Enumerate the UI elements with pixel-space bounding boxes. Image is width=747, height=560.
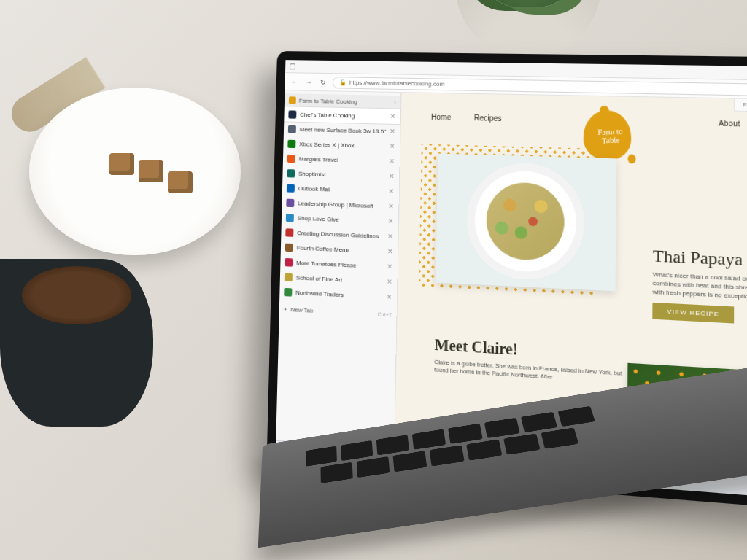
tab-favicon-icon [285, 273, 293, 281]
tab-favicon-icon [285, 257, 293, 266]
desk-plant [455, 0, 601, 58]
tab-close-button[interactable]: ✕ [387, 293, 392, 301]
tab-close-button[interactable]: ✕ [387, 233, 393, 241]
desk-coffee-mug [0, 259, 153, 427]
chevron-left-icon[interactable]: ‹ [394, 99, 396, 106]
page-tab-label: Farm to Table Cooking [734, 98, 747, 113]
lock-icon: 🔒 [339, 79, 347, 85]
tab-favicon-icon [288, 125, 296, 133]
tab-title: More Tomatoes Please [296, 259, 383, 270]
tab-title: Fourth Coffee Menu [297, 244, 384, 254]
tab-title: Chef's Table Cooking [300, 111, 386, 120]
refresh-button[interactable]: ↻ [318, 77, 328, 87]
recipe-card: Thai Papaya Sa What's nicer than a cool … [652, 246, 747, 329]
forward-button[interactable]: → [303, 77, 314, 87]
view-recipe-button[interactable]: VIEW RECIPE [652, 303, 734, 324]
recipe-description: What's nicer than a cool salad on a summ… [652, 271, 747, 306]
tab-title: School of Fine Art [296, 274, 383, 285]
new-tab-shortcut: Ctrl+T [378, 311, 392, 317]
tab-title: Xbox Series X | Xbox [299, 141, 386, 149]
meet-claire-section: Meet Claire! Claire is a globe trotter. … [434, 336, 623, 386]
tab-title: Leadership Group | Microsoft [298, 200, 384, 210]
tab-close-button[interactable]: ✕ [390, 142, 395, 149]
tab-favicon-icon [287, 139, 295, 147]
tab-favicon-icon [288, 110, 296, 118]
recipe-title: Thai Papaya Sa [653, 246, 747, 274]
nav-link[interactable]: Recipes [474, 114, 502, 122]
tab-favicon-icon [284, 287, 292, 296]
nav-link[interactable]: Home [431, 113, 452, 122]
tab-favicon-icon [287, 154, 295, 162]
tab-close-button[interactable]: ✕ [388, 187, 394, 195]
tab-close-button[interactable]: ✕ [389, 172, 395, 180]
tab-close-button[interactable]: ✕ [390, 112, 396, 120]
tab-title: Meet new Surface Book 3w 13.5" [300, 125, 387, 134]
tab-close-button[interactable]: ✕ [389, 158, 395, 166]
address-url: https://www.farmtotablecooking.com [349, 79, 445, 88]
tab-favicon-icon [287, 169, 295, 177]
tab-close-button[interactable]: ✕ [387, 248, 393, 256]
tab-close-button[interactable]: ✕ [388, 217, 394, 225]
tab-group-label: Farm to Table Cooking [299, 97, 357, 105]
tab-favicon-icon [286, 198, 294, 207]
new-tab-label: New Tab [290, 306, 313, 314]
tab-title: Northwind Traders [295, 289, 382, 300]
tab-title: Creating Discussion Guidelines [297, 229, 384, 239]
tab-close-button[interactable]: ✕ [387, 262, 392, 271]
plus-icon: + [284, 306, 287, 312]
tab-title: Shop Love Give [298, 214, 384, 225]
back-button[interactable]: ← [289, 77, 299, 87]
nav-link[interactable]: About [719, 119, 740, 128]
group-favicon-icon [289, 96, 296, 104]
logo-text: Farm to Table [589, 126, 632, 145]
tab-close-button[interactable]: ✕ [387, 278, 392, 286]
tab-title: Shoptimist [298, 170, 385, 179]
tab-close-button[interactable]: ✕ [388, 203, 394, 211]
tab-favicon-icon [287, 184, 295, 192]
window-menu-icon[interactable] [290, 63, 295, 69]
desk-plate [29, 88, 241, 255]
tab-favicon-icon [285, 228, 293, 237]
tab-favicon-icon [286, 213, 294, 222]
hero-image-block [436, 154, 657, 294]
tab-close-button[interactable]: ✕ [390, 128, 395, 135]
tab-title: Margie's Travel [299, 155, 386, 165]
hero-photo [436, 154, 616, 292]
tab-favicon-icon [285, 243, 293, 252]
site-nav: HomeRecipes AboutContact [401, 93, 747, 138]
vertical-tabs-panel: Farm to Table Cooking ‹ Chef's Table Coo… [276, 90, 401, 449]
tab-title: Outlook Mail [298, 184, 385, 194]
